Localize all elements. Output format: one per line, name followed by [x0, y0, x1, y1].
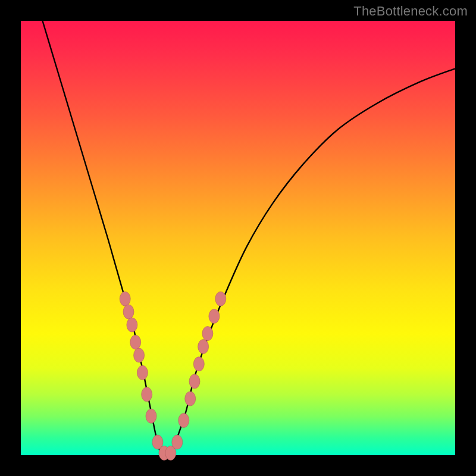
curve-marker: [120, 292, 130, 306]
curve-marker: [215, 292, 226, 306]
bottleneck-curve: [43, 21, 456, 456]
marker-group: [120, 292, 226, 460]
curve-marker: [178, 414, 189, 428]
watermark-text: TheBottleneck.com: [353, 4, 468, 19]
curve-marker: [209, 309, 220, 323]
curve-marker: [134, 348, 145, 362]
curve-svg: [21, 21, 455, 455]
curve-marker: [202, 327, 213, 341]
curve-marker: [185, 392, 196, 406]
curve-marker: [198, 340, 209, 354]
curve-marker: [123, 305, 134, 319]
curve-marker: [172, 435, 183, 449]
curve-marker: [142, 387, 152, 402]
curve-marker: [189, 374, 200, 389]
curve-marker: [193, 357, 204, 371]
curve-marker: [130, 335, 141, 349]
plot-area: [21, 21, 455, 455]
curve-marker: [137, 365, 148, 380]
curve-marker: [146, 409, 156, 423]
outer-frame: TheBottleneck.com: [0, 0, 476, 476]
curve-marker: [127, 318, 137, 332]
